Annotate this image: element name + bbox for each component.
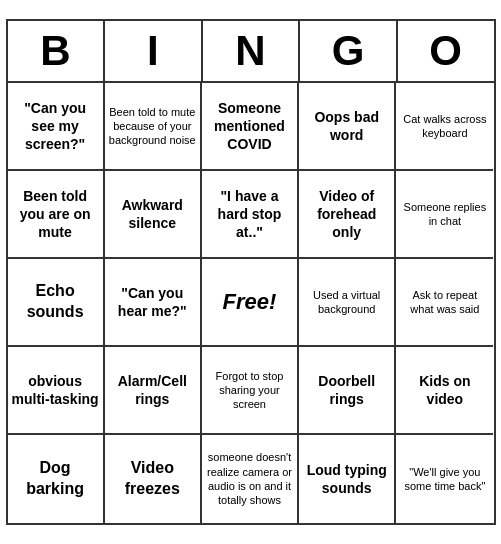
bingo-cell-1: Been told to mute because of your backgr… bbox=[105, 83, 202, 171]
bingo-cell-6: Awkward silence bbox=[105, 171, 202, 259]
bingo-cell-23: Loud typing sounds bbox=[299, 435, 396, 523]
bingo-cell-3: Oops bad word bbox=[299, 83, 396, 171]
bingo-grid: "Can you see my screen?"Been told to mut… bbox=[8, 83, 494, 523]
bingo-cell-13: Used a virtual background bbox=[299, 259, 396, 347]
bingo-cell-0: "Can you see my screen?" bbox=[8, 83, 105, 171]
bingo-cell-21: Video freezes bbox=[105, 435, 202, 523]
bingo-cell-18: Doorbell rings bbox=[299, 347, 396, 435]
bingo-cell-11: "Can you hear me?" bbox=[105, 259, 202, 347]
bingo-cell-2: Someone mentioned COVID bbox=[202, 83, 299, 171]
bingo-letter-i: I bbox=[105, 21, 203, 81]
bingo-cell-9: Someone replies in chat bbox=[396, 171, 493, 259]
bingo-cell-14: Ask to repeat what was said bbox=[396, 259, 493, 347]
bingo-cell-19: Kids on video bbox=[396, 347, 493, 435]
bingo-cell-22: someone doesn't realize camera or audio … bbox=[202, 435, 299, 523]
bingo-cell-8: Video of forehead only bbox=[299, 171, 396, 259]
bingo-letter-n: N bbox=[203, 21, 301, 81]
bingo-cell-20: Dog barking bbox=[8, 435, 105, 523]
bingo-letter-g: G bbox=[300, 21, 398, 81]
bingo-card: BINGO "Can you see my screen?"Been told … bbox=[6, 19, 496, 525]
bingo-cell-12: Free! bbox=[202, 259, 299, 347]
bingo-cell-24: "We'll give you some time back" bbox=[396, 435, 493, 523]
bingo-header: BINGO bbox=[8, 21, 494, 83]
bingo-cell-4: Cat walks across keyboard bbox=[396, 83, 493, 171]
bingo-cell-5: Been told you are on mute bbox=[8, 171, 105, 259]
bingo-cell-7: "I have a hard stop at.." bbox=[202, 171, 299, 259]
bingo-letter-o: O bbox=[398, 21, 494, 81]
bingo-cell-10: Echo sounds bbox=[8, 259, 105, 347]
bingo-letter-b: B bbox=[8, 21, 106, 81]
bingo-cell-16: Alarm/Cell rings bbox=[105, 347, 202, 435]
bingo-cell-15: obvious multi-tasking bbox=[8, 347, 105, 435]
bingo-cell-17: Forgot to stop sharing your screen bbox=[202, 347, 299, 435]
